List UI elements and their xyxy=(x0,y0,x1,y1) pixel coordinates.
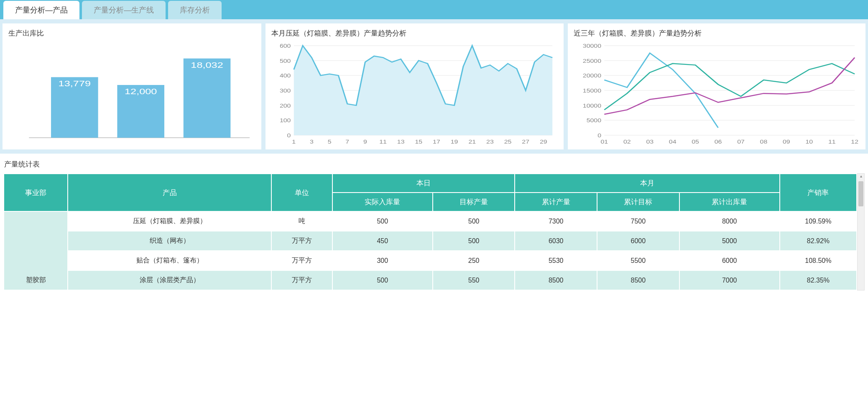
svg-text:21: 21 xyxy=(469,139,476,144)
svg-text:0: 0 xyxy=(287,132,291,138)
monthly-chart: 0100200300400500600135791113151719212325… xyxy=(271,41,557,146)
tab-inventory-analysis[interactable]: 库存分析 xyxy=(168,1,222,19)
svg-text:03: 03 xyxy=(646,139,654,144)
cell-today_target: 250 xyxy=(433,251,515,270)
stats-table: 事业部 产品 单位 本日 本月 产销率 实际入库量 目标产量 累计产量 累计目标… xyxy=(3,173,857,290)
svg-text:02: 02 xyxy=(623,139,631,144)
cell-m_target: 7500 xyxy=(597,212,679,231)
th-today-in: 实际入库量 xyxy=(333,193,432,211)
svg-text:25: 25 xyxy=(504,139,512,144)
th-rate: 产销率 xyxy=(780,174,856,211)
svg-text:200: 200 xyxy=(280,103,291,108)
panel-bar-title: 生产出库比 xyxy=(8,28,255,38)
svg-text:100: 100 xyxy=(280,118,291,123)
cell-today_target: 550 xyxy=(433,271,515,290)
cell-m_prod: 8500 xyxy=(515,271,597,290)
svg-text:27: 27 xyxy=(522,139,530,144)
svg-text:06: 06 xyxy=(714,139,722,144)
svg-text:30000: 30000 xyxy=(582,43,601,49)
svg-text:400: 400 xyxy=(280,73,291,79)
svg-text:5: 5 xyxy=(328,139,332,144)
cell-m_target: 5500 xyxy=(597,251,679,270)
svg-text:500: 500 xyxy=(280,58,291,64)
table-row: 塑胶部压延（灯箱膜、差异膜）吨500500730075008000109.59% xyxy=(4,212,856,231)
svg-text:01: 01 xyxy=(600,139,608,144)
cell-m_out: 6000 xyxy=(680,251,779,270)
svg-text:09: 09 xyxy=(783,139,790,144)
svg-text:20000: 20000 xyxy=(582,73,601,79)
panel-yearly-chart: 近三年（灯箱膜、差异膜）产量趋势分析 050001000015000200002… xyxy=(568,23,865,149)
svg-text:08: 08 xyxy=(760,139,767,144)
svg-text:11: 11 xyxy=(379,139,387,144)
svg-text:12,000: 12,000 xyxy=(125,87,157,96)
table-row: 涂层（涂层类产品）万平方50055085008500700082.35% xyxy=(4,271,856,290)
cell-unit: 万平方 xyxy=(272,271,332,290)
svg-text:10000: 10000 xyxy=(582,103,601,108)
cell-unit: 万平方 xyxy=(272,231,332,250)
th-today: 本日 xyxy=(333,174,515,192)
bar-chart: 13,77912,00018,032 xyxy=(8,41,255,146)
svg-text:5000: 5000 xyxy=(586,118,601,123)
svg-text:25000: 25000 xyxy=(582,58,601,64)
svg-text:13,779: 13,779 xyxy=(59,80,91,88)
cell-m_target: 6000 xyxy=(597,231,679,250)
th-product: 产品 xyxy=(68,174,271,211)
svg-text:0: 0 xyxy=(597,132,601,138)
th-dept: 事业部 xyxy=(4,174,67,211)
tab-bar: 产量分析—产品 产量分析—生产线 库存分析 xyxy=(0,0,868,19)
yearly-chart: 0500010000150002000025000300000102030405… xyxy=(574,41,860,146)
cell-m_out: 8000 xyxy=(680,212,779,231)
svg-text:7: 7 xyxy=(345,139,349,144)
svg-text:11: 11 xyxy=(828,139,836,144)
cell-rate: 109.59% xyxy=(780,212,856,231)
svg-text:13: 13 xyxy=(397,139,405,144)
table-row: 贴合（灯箱布、篷布）万平方300250553055006000108.50% xyxy=(4,251,856,270)
th-month-prod: 累计产量 xyxy=(515,193,597,211)
cell-unit: 吨 xyxy=(272,212,332,231)
cell-product: 涂层（涂层类产品） xyxy=(68,271,271,290)
svg-text:23: 23 xyxy=(486,139,494,144)
table-scrollbar[interactable] xyxy=(857,173,865,290)
cell-rate: 82.35% xyxy=(780,271,856,290)
svg-text:300: 300 xyxy=(280,87,291,93)
cell-m_target: 8500 xyxy=(597,271,679,290)
th-today-target: 目标产量 xyxy=(433,193,515,211)
svg-text:9: 9 xyxy=(363,139,367,144)
svg-text:18,032: 18,032 xyxy=(191,61,223,69)
panel-yearly-title: 近三年（灯箱膜、差异膜）产量趋势分析 xyxy=(574,28,860,38)
svg-rect-5 xyxy=(184,59,231,138)
panel-monthly-chart: 本月压延（灯箱膜、差异膜）产量趋势分析 01002003004005006001… xyxy=(266,23,563,149)
charts-row: 生产出库比 13,77912,00018,032 本月压延（灯箱膜、差异膜）产量… xyxy=(0,19,868,154)
svg-text:19: 19 xyxy=(451,139,458,144)
cell-rate: 108.50% xyxy=(780,251,856,270)
cell-today_in: 500 xyxy=(333,212,432,231)
th-unit: 单位 xyxy=(272,174,332,211)
svg-text:10: 10 xyxy=(805,139,813,144)
svg-text:05: 05 xyxy=(692,139,699,144)
cell-m_prod: 6030 xyxy=(515,231,597,250)
svg-text:04: 04 xyxy=(669,139,676,144)
svg-text:07: 07 xyxy=(737,139,745,144)
svg-text:15: 15 xyxy=(415,139,423,144)
panel-monthly-title: 本月压延（灯箱膜、差异膜）产量趋势分析 xyxy=(271,28,557,38)
cell-m_prod: 5530 xyxy=(515,251,597,270)
svg-text:17: 17 xyxy=(433,139,440,144)
cell-today_target: 500 xyxy=(433,231,515,250)
table-section: 产量统计表 事业部 产品 单位 本日 本月 产销率 实际入库量 目标产量 xyxy=(0,154,868,290)
svg-text:15000: 15000 xyxy=(582,87,601,93)
th-month-out: 累计出库量 xyxy=(680,193,779,211)
svg-text:600: 600 xyxy=(280,43,291,49)
table-title: 产量统计表 xyxy=(3,158,865,173)
cell-product: 压延（灯箱膜、差异膜） xyxy=(68,212,271,231)
cell-today_in: 300 xyxy=(333,251,432,270)
panel-bar-chart: 生产出库比 13,77912,00018,032 xyxy=(3,23,261,149)
cell-unit: 万平方 xyxy=(272,251,332,270)
cell-rate: 82.92% xyxy=(780,231,856,250)
cell-today_in: 450 xyxy=(333,231,432,250)
cell-product: 织造（网布） xyxy=(68,231,271,250)
svg-text:3: 3 xyxy=(310,139,314,144)
tab-product-analysis[interactable]: 产量分析—产品 xyxy=(3,1,79,19)
tab-line-analysis[interactable]: 产量分析—生产线 xyxy=(82,1,166,19)
th-month: 本月 xyxy=(515,174,779,192)
cell-m_out: 5000 xyxy=(680,231,779,250)
